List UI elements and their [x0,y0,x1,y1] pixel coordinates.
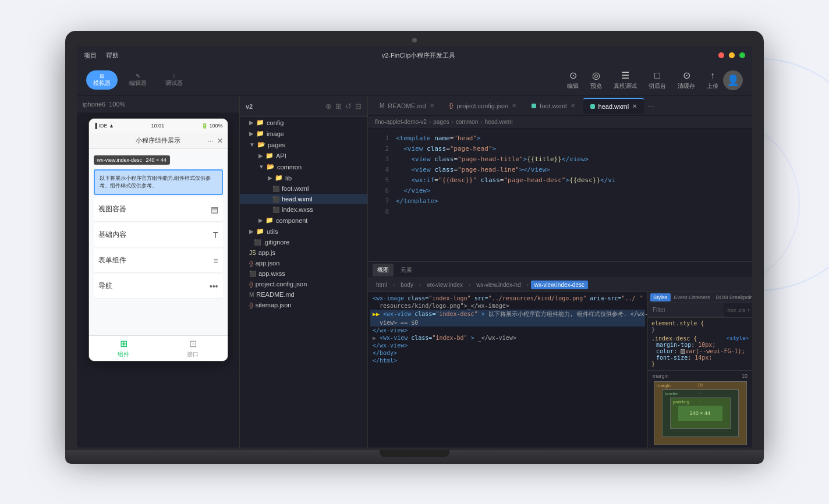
editor-btn[interactable]: ✎ 编辑器 [122,70,154,90]
close-foot[interactable]: ✕ [571,102,575,109]
tool-background[interactable]: □ 切后台 [649,70,666,90]
tree-app-wxss[interactable]: ⬛ app.wxss [240,268,367,279]
tab-head[interactable]: head.wxml ✕ [583,98,644,114]
tab-project-config[interactable]: {} project.config.json ✕ [442,98,523,114]
arrow-utils: ▶ [249,228,254,235]
toolbar-tools: ⊙ 编辑 ◎ 预览 ☰ 真机调试 □ 切后台 [567,70,718,90]
bc-root: fino-applet-demo-v2 [375,119,427,125]
tree-readme[interactable]: M README.md [240,289,367,300]
code-area[interactable]: 1 <template name="head"> 2 <view class="… [368,129,752,261]
tab-components-icon: ⊞ [120,338,127,349]
more-icon[interactable]: ··· [207,137,213,145]
list-item-form[interactable]: 表单组件 ≡ [94,249,223,273]
style-tab-styles[interactable]: Styles [650,293,671,301]
ht-line-7[interactable]: </wx-view> [370,342,645,349]
menu-project[interactable]: 项目 [84,51,97,60]
file-icon-app-wxss: ⬛ [249,271,256,277]
ht-line-1[interactable]: <wx-image class="index-logo" src="../res… [370,294,645,302]
tree-gitignore[interactable]: ⬛ .gitignore [240,237,367,247]
debugger-icon: ⑂ [172,73,176,79]
list-item-nav[interactable]: 导航 ••• [94,274,223,299]
tab-readme[interactable]: M README.md ✕ [373,98,441,114]
ht-line-2[interactable]: resources/kind/logo.png">_</wx-image> [370,302,645,310]
file-label-head: head.wxml [282,196,313,203]
list-item-basic-content[interactable]: 基础内容 T [94,223,223,247]
tab-components[interactable]: ⊞ 组件 [89,338,158,359]
phone-frame: ▐ IDE ▲ 10:01 🔋 100% 小程序组件展示 ··· ✕ [88,118,228,361]
ht-line-9[interactable]: </html> [370,357,645,364]
style-filter-input[interactable] [648,303,724,317]
close-project[interactable]: ✕ [512,102,516,109]
tree-component[interactable]: ▶ 📁 component [240,215,367,226]
margin-bottom-val: - [699,439,701,444]
ht-line-5[interactable]: </wx-view> [370,326,645,334]
max-btn[interactable] [739,52,745,58]
debugger-btn[interactable]: ⑂ 调试器 [158,70,190,90]
eb-body[interactable]: body [397,281,417,289]
ht-line-6[interactable]: ▶ <wx-view class="index-bd" > _</wx-view… [370,334,645,342]
tree-api[interactable]: ▶ 📁 API [240,150,367,161]
tree-lib[interactable]: ▶ 📁 lib [240,172,367,183]
tool-edit[interactable]: ⊙ 编辑 [567,70,579,90]
tab-foot[interactable]: foot.wxml ✕ [525,98,582,114]
tab-interface-icon: ⊡ [189,338,197,349]
style-tab-dom[interactable]: DOM Breakpoints [714,293,752,301]
tab-interface[interactable]: ⊡ 接口 [158,338,228,359]
user-avatar[interactable]: 👤 [723,70,743,90]
min-btn[interactable] [729,52,735,58]
tree-common[interactable]: ▼ 📂 common [240,161,367,172]
laptop-base [65,450,764,464]
tree-foot-wxml[interactable]: ⬛ foot.wxml [240,183,367,194]
close-mini-icon[interactable]: ✕ [217,137,223,145]
ht-line-4[interactable]: view> == $0 [370,319,645,326]
style-tab-events[interactable]: Event Listeners [672,293,713,301]
tree-project-config[interactable]: {} project.config.json [240,279,367,289]
tool-remote-debug[interactable]: ☰ 真机调试 [614,70,637,90]
rule-source-desc[interactable]: <style> [727,335,749,342]
file-icon-app-js: JS [249,250,256,256]
tool-upload[interactable]: ↑ 上传 [707,70,718,90]
eb-wx-desc[interactable]: wx-view.index-desc [531,281,588,289]
simulator-header: iphone6 100% [77,96,239,112]
device-label: iphone6 [83,101,105,108]
tool-clear-cache[interactable]: ⊙ 清缓存 [678,70,695,90]
tree-index-wxss[interactable]: ⬛ index.wxss [240,204,367,215]
menu-help[interactable]: 帮助 [106,51,119,60]
simulator-btn[interactable]: ⊞ 模拟器 [86,70,118,90]
tree-head-wxml[interactable]: ⬛ head.wxml [240,194,367,204]
tree-config[interactable]: ▶ 📁 config [240,117,367,128]
tree-pages[interactable]: ▼ 📂 pages [240,139,367,150]
tree-image[interactable]: ▶ 📁 image [240,128,367,139]
collapse-icon[interactable]: ⊟ [355,102,362,111]
close-head[interactable]: ✕ [632,103,637,109]
devtab-overview[interactable]: 概图 [373,264,394,276]
upload-icon: ↑ [710,70,715,81]
tree-app-json[interactable]: {} app.json [240,258,367,268]
code-line-1: 1 <template name="head"> [368,133,752,144]
ht-line-3[interactable]: ▶▶ <wx-view class="index-desc" > 以下将展示小程… [370,310,645,319]
devtools-main-tabs: 概图 元素 [368,262,752,278]
tree-app-js[interactable]: JS app.js [240,247,367,258]
close-readme[interactable]: ✕ [430,102,434,109]
new-folder-icon[interactable]: ⊞ [335,102,342,111]
refresh-icon[interactable]: ↺ [345,102,352,111]
ht-line-8[interactable]: </body> [370,349,645,357]
code-line-3: 3 <view class="page-head-title">{{title}… [368,154,752,165]
ide-body: iphone6 100% ▐ IDE ▲ 10:01 🔋 100% [77,96,752,448]
tree-sitemap[interactable]: {} sitemap.json [240,300,367,310]
eb-wx-index[interactable]: wx-view.index [423,281,466,289]
code-line-7: 7 </template> [368,196,752,207]
laptop-screen: 项目 帮助 v2-FinClip小程序开发工具 ⊞ 模拟器 [77,46,752,448]
padding-top-val: - [699,399,701,404]
eb-wx-hd[interactable]: wx-view.index-hd [473,281,524,289]
close-btn[interactable] [718,52,724,58]
eb-html[interactable]: html [373,281,391,289]
more-tabs-btn[interactable]: ··· [647,101,654,111]
tool-preview[interactable]: ◎ 预览 [590,70,602,90]
devtab-elements[interactable]: 元素 [396,264,417,276]
list-item-view-container[interactable]: 视图容器 ▤ [94,197,223,222]
edit-icon: ⊙ [569,70,577,81]
new-file-icon[interactable]: ⊕ [325,102,332,111]
laptop-screen-outer: 项目 帮助 v2-FinClip小程序开发工具 ⊞ 模拟器 [65,31,764,450]
tree-utils[interactable]: ▶ 📁 utils [240,226,367,237]
